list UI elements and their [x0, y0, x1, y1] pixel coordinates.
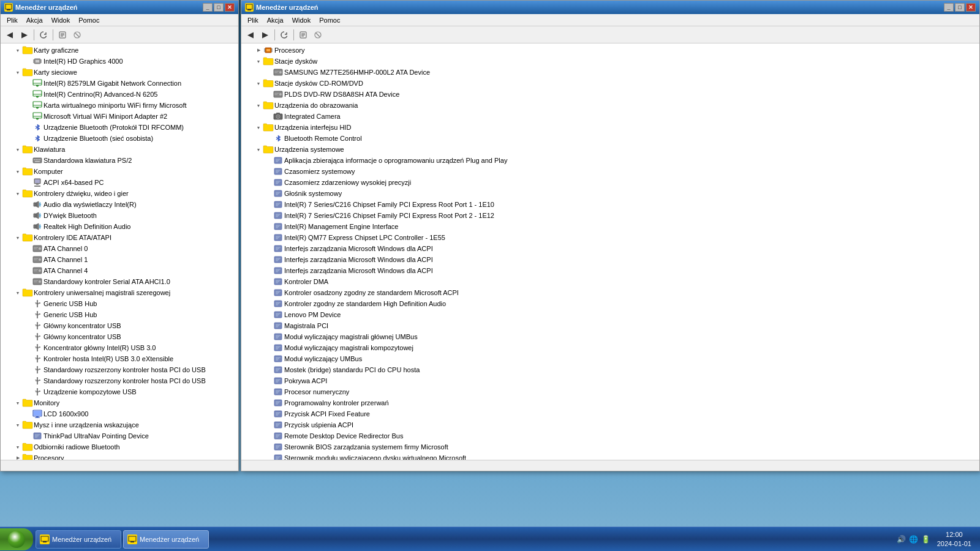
back-btn-left[interactable]: ◀: [3, 28, 17, 42]
list-item[interactable]: Generic USB Hub: [2, 309, 237, 320]
minimize-btn-right[interactable]: _: [944, 3, 954, 12]
list-item[interactable]: Przycisk ACPI Fixed Feature: [243, 408, 978, 419]
list-item[interactable]: Odbiorniki radiowe Bluetooth: [2, 441, 237, 452]
list-item[interactable]: Realtek High Definition Audio: [2, 221, 237, 232]
list-item[interactable]: Mysz i inne urządzenia wskazujące: [2, 419, 237, 430]
list-item[interactable]: Sterownik BIOS zarządzania systemem firm…: [243, 441, 978, 452]
list-item[interactable]: Sterownik modułu wyliczającego dysku wir…: [243, 452, 978, 460]
list-item[interactable]: Głośnik systemowy: [243, 188, 978, 199]
list-item[interactable]: Interfejs zarządzania Microsoft Windows …: [243, 243, 978, 254]
back-btn-right[interactable]: ◀: [244, 28, 257, 42]
collapse-btn[interactable]: [13, 189, 23, 198]
uninstall-btn-right[interactable]: [311, 28, 325, 42]
collapse-btn[interactable]: [13, 167, 23, 176]
list-item[interactable]: ThinkPad UltraNav Pointing Device: [2, 430, 237, 441]
collapse-btn[interactable]: [13, 45, 23, 55]
list-item[interactable]: DYwięk Bluetooth: [2, 210, 237, 221]
list-item[interactable]: Urządzenia do obrazowania: [243, 100, 978, 111]
list-item[interactable]: Kontrolery IDE ATA/ATAPI: [2, 232, 237, 243]
menu-plik-right[interactable]: Plik: [244, 16, 262, 24]
list-item[interactable]: Generic USB Hub: [2, 298, 237, 309]
list-item[interactable]: Czasomierz zdarzeniowy wysokiej precyzji: [243, 177, 978, 188]
list-item[interactable]: Urządzenie Bluetooth (Protokół TDI RFCOM…: [2, 122, 237, 133]
tray-icon-sound[interactable]: 🔊: [897, 534, 907, 544]
tree-left[interactable]: Karty graficzneIntel(R) HD Graphics 4000…: [1, 43, 238, 460]
list-item[interactable]: Bluetooth Remote Control: [243, 133, 978, 144]
list-item[interactable]: Stacje dysków CD-ROM/DVD: [243, 78, 978, 89]
list-item[interactable]: Urządzenie kompozytowe USB: [2, 386, 237, 397]
list-item[interactable]: Kontroler zgodny ze standardem High Defi…: [243, 298, 978, 309]
maximize-btn-left[interactable]: □: [214, 3, 224, 12]
list-item[interactable]: Standardowy rozszerzony kontroler hosta …: [2, 364, 237, 375]
collapse-btn[interactable]: [13, 442, 23, 452]
list-item[interactable]: Interfejs zarządzania Microsoft Windows …: [243, 265, 978, 276]
list-item[interactable]: Intel(R) Management Engine Interface: [243, 221, 978, 232]
expand-btn[interactable]: [13, 453, 23, 460]
list-item[interactable]: Interfejs zarządzania Microsoft Windows …: [243, 254, 978, 265]
tree-right[interactable]: ProcesoryStacje dyskówSAMSUNG MZ7TE256HM…: [241, 43, 979, 460]
collapse-btn[interactable]: [254, 122, 263, 132]
tray-clock[interactable]: 12:002024-01-01: [933, 530, 975, 548]
list-item[interactable]: Standardowy kontroler Serial ATA AHCI1.0: [2, 276, 237, 287]
list-item[interactable]: Kontroler DMA: [243, 276, 978, 287]
prop-btn-right[interactable]: [296, 28, 310, 42]
collapse-btn[interactable]: [13, 398, 23, 408]
list-item[interactable]: Główny koncentrator USB: [2, 320, 237, 331]
list-item[interactable]: Intel(R) 7 Series/C216 Chipset Family PC…: [243, 210, 978, 221]
menu-widok-left[interactable]: Widok: [48, 16, 74, 24]
list-item[interactable]: Integrated Camera: [243, 111, 978, 122]
forward-btn-left[interactable]: ▶: [18, 28, 31, 42]
menu-pomoc-left[interactable]: Pomoc: [75, 16, 103, 24]
forward-btn-right[interactable]: ▶: [258, 28, 272, 42]
list-item[interactable]: Audio dla wyświetlaczy Intel(R): [2, 199, 237, 210]
list-item[interactable]: Karty sieciowe: [2, 67, 237, 78]
collapse-btn[interactable]: [13, 144, 23, 154]
list-item[interactable]: Główny koncentrator USB: [2, 331, 237, 342]
list-item[interactable]: Procesory: [2, 452, 237, 460]
list-item[interactable]: SAMSUNG MZ7TE256HMHP-000L2 ATA Device: [243, 67, 978, 78]
menu-widok-right[interactable]: Widok: [288, 16, 315, 24]
list-item[interactable]: Kontroler hosta Intel(R) USB 3.0 eXtensi…: [2, 353, 237, 364]
list-item[interactable]: Pokrywa ACPI: [243, 375, 978, 386]
list-item[interactable]: Urządzenie Bluetooth (sieć osobista): [2, 133, 237, 144]
list-item[interactable]: PLDS DVD-RW DS8A8SH ATA Device: [243, 89, 978, 100]
list-item[interactable]: Standardowa klawiatura PS/2: [2, 155, 237, 166]
list-item[interactable]: Karty graficzne: [2, 45, 237, 56]
list-item[interactable]: LCD 980x551: [2, 408, 237, 419]
list-item[interactable]: Urządzenia systemowe: [243, 144, 978, 155]
expand-btn[interactable]: [254, 45, 263, 55]
taskbar-task-2[interactable]: Menedżer urządzeń: [123, 530, 209, 549]
list-item[interactable]: ATA Channel 1: [2, 254, 237, 265]
list-item[interactable]: Intel(R) 7 Series/C216 Chipset Family PC…: [243, 199, 978, 210]
list-item[interactable]: Komputer: [2, 166, 237, 177]
list-item[interactable]: Standardowy rozszerzony kontroler hosta …: [2, 375, 237, 386]
list-item[interactable]: Aplikacja zbierająca informacje o oprogr…: [243, 155, 978, 166]
collapse-btn[interactable]: [254, 78, 263, 88]
collapse-btn[interactable]: [13, 67, 23, 77]
tray-icon-network[interactable]: 🌐: [909, 534, 919, 544]
list-item[interactable]: Lenovo PM Device: [243, 309, 978, 320]
list-item[interactable]: Magistrala PCI: [243, 320, 978, 331]
collapse-btn[interactable]: [254, 100, 263, 110]
uninstall-btn-left[interactable]: [70, 28, 84, 42]
list-item[interactable]: Klawiatura: [2, 144, 237, 155]
list-item[interactable]: Mostek (bridge) standardu PCI do CPU hos…: [243, 364, 978, 375]
list-item[interactable]: Procesor numeryczny: [243, 386, 978, 397]
list-item[interactable]: ATA Channel 4: [2, 265, 237, 276]
list-item[interactable]: Kontroler osadzony zgodny ze standardem …: [243, 287, 978, 298]
refresh-btn-left[interactable]: [37, 28, 50, 42]
list-item[interactable]: Microsoft Virtual WiFi Miniport Adapter …: [2, 111, 237, 122]
maximize-btn-right[interactable]: □: [955, 3, 965, 12]
close-btn-left[interactable]: ✕: [225, 3, 235, 12]
list-item[interactable]: Karta wirtualnego miniportu WiFi firmy M…: [2, 100, 237, 111]
prop-btn-left[interactable]: [56, 28, 69, 42]
list-item[interactable]: Koncentrator główny Intel(R) USB 3.0: [2, 342, 237, 353]
close-btn-right[interactable]: ✕: [966, 3, 976, 12]
list-item[interactable]: Monitory: [2, 397, 237, 408]
list-item[interactable]: ACPI x64-based PC: [2, 177, 237, 188]
list-item[interactable]: Intel(R) Centrino(R) Advanced-N 6205: [2, 89, 237, 100]
refresh-btn-right[interactable]: [277, 28, 291, 42]
list-item[interactable]: Remote Desktop Device Redirector Bus: [243, 430, 978, 441]
list-item[interactable]: Moduł wyliczający magistrali głównej UMB…: [243, 331, 978, 342]
list-item[interactable]: Urządzenia interfejsu HID: [243, 122, 978, 133]
